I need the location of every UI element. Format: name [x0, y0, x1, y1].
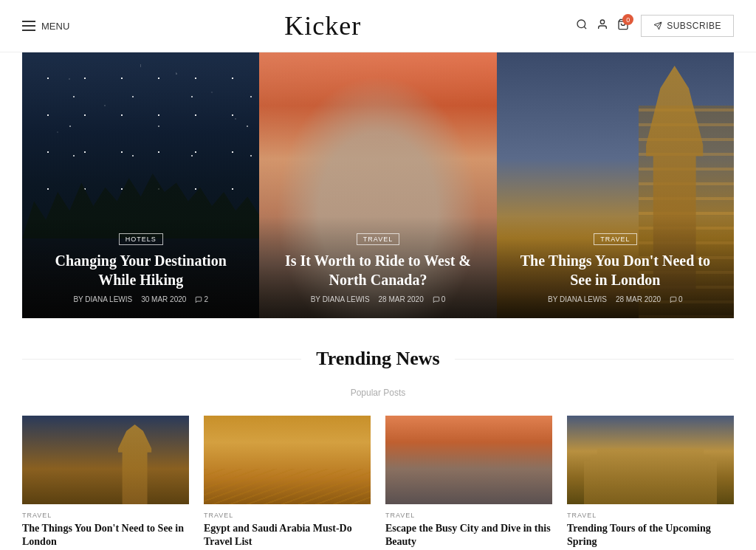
hero-card-1-meta: BY DIANA LEWIS 30 MAR 2020 2: [37, 295, 244, 303]
search-button[interactable]: [576, 18, 588, 33]
hero-card-3-overlay: TRAVEL The Things You Don't Need to See …: [497, 216, 734, 318]
hamburger-icon: [22, 21, 35, 31]
trending-header: Trending News Popular Posts: [22, 348, 734, 398]
hero-card-3-date: 28 MAR 2020: [616, 295, 661, 303]
svg-point-0: [577, 20, 585, 28]
hero-card-2-overlay: TRAVEL Is It Worth to Ride to West & Nor…: [259, 216, 496, 318]
hero-card-2-tag: TRAVEL: [357, 233, 399, 245]
hero-card-3-title: The Things You Don't Need to See in Lond…: [512, 251, 719, 289]
trending-divider: Trending News: [22, 348, 734, 370]
news-card-4[interactable]: TRAVEL Trending Tours of the Upcoming Sp…: [567, 416, 734, 550]
trending-subtitle: Popular Posts: [22, 388, 734, 398]
news-card-2-title: Egypt and Saudi Arabia Must-Do Travel Li…: [204, 522, 371, 549]
hero-card-1-overlay: HOTELS Changing Your Destination While H…: [22, 216, 259, 318]
hero-card-2-meta: BY DIANA LEWIS 28 MAR 2020 0: [274, 295, 481, 303]
news-card-4-tag: TRAVEL: [567, 512, 734, 519]
news-card-3[interactable]: TRAVEL Escape the Busy City and Dive in …: [385, 416, 552, 550]
hero-card-3-author: BY DIANA LEWIS: [548, 295, 607, 303]
news-card-1-tag: TRAVEL: [22, 512, 189, 519]
hero-card-1-author: BY DIANA LEWIS: [73, 295, 132, 303]
site-logo[interactable]: Kicker: [284, 10, 361, 41]
site-header: MENU Kicker 0: [0, 0, 756, 52]
hero-card-3-comments: 0: [670, 295, 683, 303]
menu-label: MENU: [41, 21, 69, 32]
hero-card-2[interactable]: TRAVEL Is It Worth to Ride to West & Nor…: [259, 52, 496, 318]
hero-card-1-date: 30 MAR 2020: [141, 295, 186, 303]
account-button[interactable]: [597, 18, 608, 33]
header-actions: 0 SUBSCRIBE: [576, 15, 734, 37]
menu-button[interactable]: MENU: [22, 21, 69, 32]
news-card-1-image: [22, 416, 189, 504]
news-card-3-title: Escape the Busy City and Dive in this Be…: [385, 522, 552, 549]
news-grid: TRAVEL The Things You Don't Need to See …: [22, 416, 734, 550]
news-card-1[interactable]: TRAVEL The Things You Don't Need to See …: [22, 416, 189, 550]
trending-title: Trending News: [301, 348, 454, 370]
hero-card-2-author: BY DIANA LEWIS: [311, 295, 370, 303]
trending-section: Trending News Popular Posts TRAVEL The T…: [0, 318, 756, 550]
subscribe-label: SUBSCRIBE: [667, 21, 721, 31]
cart-button[interactable]: 0: [617, 18, 629, 33]
hero-card-3[interactable]: TRAVEL The Things You Don't Need to See …: [497, 52, 734, 318]
news-card-4-image: [567, 416, 734, 504]
hero-card-1-tag: HOTELS: [119, 233, 163, 245]
news-card-3-image: [385, 416, 552, 504]
hero-card-2-title: Is It Worth to Ride to West & North Cana…: [274, 251, 481, 289]
hero-card-1-comments: 2: [195, 295, 208, 303]
news-card-2-image: [204, 416, 371, 504]
hero-card-1-title: Changing Your Destination While Hiking: [37, 251, 244, 289]
hero-grid: HOTELS Changing Your Destination While H…: [22, 52, 734, 318]
news-card-1-title: The Things You Don't Need to See in Lond…: [22, 522, 189, 549]
news-card-3-tag: TRAVEL: [385, 512, 552, 519]
hero-card-1[interactable]: HOTELS Changing Your Destination While H…: [22, 52, 259, 318]
svg-line-1: [584, 27, 586, 29]
hero-card-3-meta: BY DIANA LEWIS 28 MAR 2020 0: [512, 295, 719, 303]
subscribe-button[interactable]: SUBSCRIBE: [641, 15, 734, 37]
svg-point-2: [600, 20, 604, 24]
news-card-2[interactable]: TRAVEL Egypt and Saudi Arabia Must-Do Tr…: [204, 416, 371, 550]
hero-card-2-date: 28 MAR 2020: [379, 295, 424, 303]
news-card-4-title: Trending Tours of the Upcoming Spring: [567, 522, 734, 549]
hero-card-3-tag: TRAVEL: [594, 233, 636, 245]
cart-count: 0: [622, 14, 633, 25]
header-icons: 0: [576, 18, 629, 33]
news-card-2-tag: TRAVEL: [204, 512, 371, 519]
hero-card-2-comments: 0: [433, 295, 446, 303]
